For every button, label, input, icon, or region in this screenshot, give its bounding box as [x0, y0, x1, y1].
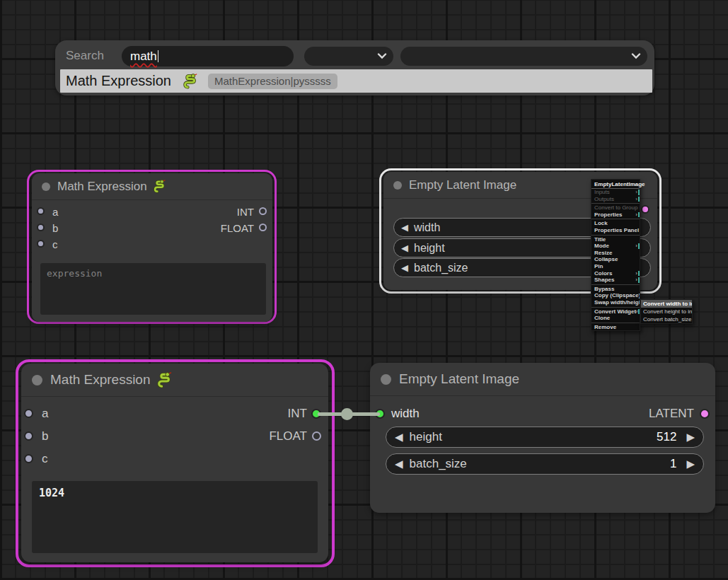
menu-separator [591, 284, 640, 285]
result-title: Math Expression [66, 73, 171, 89]
menu-item-colors[interactable]: Colors [591, 270, 640, 277]
submenu-tick-icon [638, 271, 640, 277]
menu-item-copy-clipspace[interactable]: Copy (Clipspace) [591, 292, 640, 299]
node-title: Math Expression [50, 372, 151, 388]
node-math-expression-bottom[interactable]: Math Expression a b c INT FLOAT 1024 [21, 364, 328, 562]
context-menu: EmptyLatentImage Inputs Outputs Convert … [591, 179, 640, 331]
menu-separator [591, 219, 640, 219]
expression-textarea[interactable]: 1024 [32, 481, 318, 553]
menu-item-properties-panel[interactable]: Properties Panel [591, 227, 640, 234]
node-title: Math Expression [57, 180, 147, 194]
input-slot-b[interactable] [24, 431, 33, 441]
decrement-icon[interactable] [401, 243, 408, 253]
output-slot-latent[interactable] [700, 409, 710, 419]
submenu-tick-icon [638, 212, 640, 218]
input-label-width: width [391, 407, 420, 421]
chevron-down-icon [631, 53, 641, 59]
menu-item-outputs[interactable]: Outputs [591, 196, 640, 203]
output-slot-float[interactable] [259, 224, 267, 231]
submenu-tick-icon [638, 277, 640, 283]
submenu-item-convert-batch-size[interactable]: Convert batch_size to input [641, 315, 692, 323]
search-input[interactable]: math [122, 46, 294, 66]
menu-item-clone[interactable]: Clone [591, 315, 640, 322]
filter-dropdown-1[interactable] [304, 47, 393, 66]
collapse-dot-icon[interactable] [42, 182, 50, 191]
input-slot-a[interactable] [24, 409, 33, 418]
menu-separator [591, 235, 640, 236]
collapse-dot-icon[interactable] [381, 374, 391, 385]
menu-item-convert-widget-to-input[interactable]: Convert Widget to Input [591, 308, 640, 315]
widget-batch-size[interactable]: batch_size 1 [386, 453, 704, 475]
input-label-c: c [42, 452, 48, 466]
increment-icon[interactable] [686, 458, 695, 470]
menu-item-title[interactable]: Title [591, 236, 640, 243]
menu-item-bypass[interactable]: Bypass [591, 286, 640, 293]
snake-icon [156, 372, 173, 388]
menu-item-shapes[interactable]: Shapes [591, 277, 640, 284]
input-slot-c[interactable] [24, 454, 33, 463]
convert-widget-submenu: Convert width to input Convert height to… [640, 299, 693, 324]
output-slot-float[interactable] [312, 431, 321, 441]
decrement-icon[interactable] [401, 262, 408, 273]
submenu-tick-icon [638, 197, 640, 202]
output-slot-int[interactable] [259, 207, 267, 215]
decrement-icon[interactable] [395, 431, 403, 443]
search-label: Search [66, 49, 104, 63]
node-title-bar[interactable]: Math Expression [21, 364, 328, 397]
text-caret [158, 50, 159, 62]
menu-item-remove[interactable]: Remove [591, 324, 640, 331]
menu-item-pin[interactable]: Pin [591, 263, 640, 270]
output-label-float: FLOAT [221, 222, 254, 234]
search-panel: Search math Math Expression MathExpressi… [55, 40, 654, 95]
input-label-a: a [52, 206, 58, 218]
menu-item-collapse[interactable]: Collapse [591, 256, 640, 263]
input-label-c: c [52, 238, 58, 250]
widget-label: batch_size [410, 457, 670, 471]
menu-separator [591, 203, 640, 204]
menu-separator [591, 307, 640, 308]
input-slot-a[interactable] [37, 207, 45, 215]
node-title: Empty Latent Image [409, 178, 516, 192]
collapse-dot-icon[interactable] [393, 181, 402, 190]
menu-item-convert-to-group-node[interactable]: Convert to Group Node [591, 204, 640, 211]
submenu-tick-icon [638, 309, 640, 315]
node-title-bar[interactable]: Math Expression [32, 173, 272, 200]
menu-item-swap-width-height[interactable]: Swap width/height [591, 299, 640, 306]
result-type-badge: MathExpression|pysssss [208, 74, 337, 89]
output-label-latent: LATENT [649, 407, 694, 421]
link-midpoint[interactable] [341, 408, 353, 420]
increment-icon[interactable] [686, 431, 695, 443]
menu-item-resize[interactable]: Resize [591, 250, 640, 257]
menu-separator [591, 323, 640, 323]
search-query-text: math [130, 50, 157, 63]
node-title-bar[interactable]: Empty Latent Image [370, 363, 715, 396]
menu-item-mode[interactable]: Mode [591, 243, 640, 250]
widget-label: height [410, 430, 657, 444]
decrement-icon[interactable] [395, 458, 403, 470]
widget-height[interactable]: height 512 [386, 427, 704, 448]
widget-value: 512 [657, 430, 676, 444]
decrement-icon[interactable] [401, 222, 408, 233]
filter-dropdown-2[interactable] [400, 47, 647, 66]
node-math-expression-top[interactable]: Math Expression a b c INT FLOAT expressi… [32, 173, 272, 322]
input-label-a: a [42, 407, 48, 421]
comfyui-canvas[interactable]: { "colors": { "selection_magenta": "#d23… [0, 0, 728, 580]
menu-item-inputs[interactable]: Inputs [591, 189, 640, 196]
node-empty-latent-image-bottom[interactable]: Empty Latent Image width LATENT height 5… [370, 363, 715, 513]
submenu-item-convert-width[interactable]: Convert width to input [641, 300, 692, 308]
input-label-b: b [52, 222, 58, 234]
submenu-item-convert-height[interactable]: Convert height to input [641, 308, 692, 315]
widget-value: 1 [670, 457, 676, 471]
input-slot-c[interactable] [37, 240, 45, 248]
context-menu-header: EmptyLatentImage [591, 180, 640, 189]
output-slot-latent[interactable] [641, 205, 649, 214]
input-slot-b[interactable] [37, 224, 45, 231]
expression-textarea[interactable]: expression [40, 263, 266, 315]
input-label-b: b [42, 429, 48, 443]
search-result-item[interactable]: Math Expression MathExpression|pysssss [60, 69, 652, 93]
collapse-dot-icon[interactable] [32, 375, 42, 385]
menu-item-properties[interactable]: Properties [591, 211, 640, 219]
snake-icon [183, 74, 198, 89]
menu-item-lock[interactable]: Lock [591, 220, 640, 227]
output-label-int: INT [288, 407, 307, 421]
